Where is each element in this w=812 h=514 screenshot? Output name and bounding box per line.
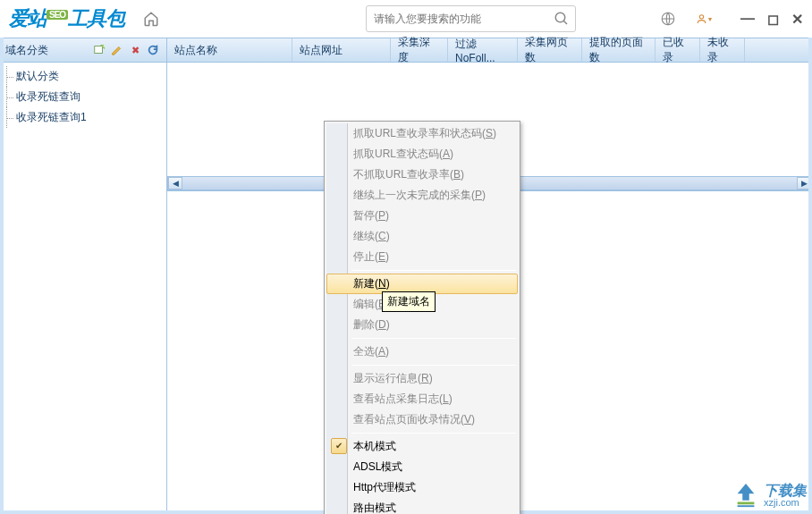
logo-sub: 工具包 [68, 7, 124, 29]
menu-separator [351, 433, 516, 434]
menu-item: 继续上一次未完成的采集(P) [326, 185, 518, 206]
column-header[interactable]: 站点网址 [292, 38, 391, 62]
menu-item: 全选(A) [326, 341, 518, 362]
window-controls: — ◻ ✕ [740, 11, 803, 28]
menu-item: 停止(E) [326, 247, 518, 267]
watermark: 下载集 xzji.com [732, 482, 807, 509]
toolbar: 域名分类 + ✖ 站点名称站点网址采集深度过滤NoFoll...采集网页数提取的… [0, 38, 812, 63]
watermark-name: 下载集 [764, 484, 807, 498]
column-header[interactable]: 采集网页数 [518, 38, 582, 62]
sidebar-header: 域名分类 + ✖ [0, 38, 167, 62]
add-icon[interactable]: + [91, 42, 107, 58]
close-button[interactable]: ✕ [791, 11, 803, 28]
title-right: ▾ — ◻ ✕ [660, 11, 803, 28]
menu-item: 删除(D) [326, 315, 518, 335]
menu-item: 继续(C) [326, 226, 518, 247]
home-icon[interactable] [142, 10, 160, 28]
watermark-url: xzji.com [764, 498, 807, 508]
menu-item[interactable]: 路由模式 [326, 498, 518, 514]
menu-item: 不抓取URL查收录率(B) [326, 164, 518, 185]
svg-line-1 [563, 21, 567, 24]
menu-item: 暂停(P) [326, 206, 518, 226]
menu-separator [351, 365, 516, 366]
menu-item: 查看站点采集日志(L) [326, 389, 518, 409]
menu-item: 抓取URL查状态码(A) [326, 144, 518, 164]
user-icon[interactable]: ▾ [696, 11, 712, 27]
column-header[interactable]: 采集深度 [391, 38, 448, 62]
svg-rect-4 [95, 46, 103, 54]
tree-item[interactable]: 收录死链查询1 [0, 107, 166, 128]
menu-item: 查看站点页面收录情况(V) [326, 409, 518, 430]
tree-item[interactable]: 收录死链查询 [0, 87, 166, 107]
refresh-icon[interactable] [145, 42, 161, 58]
globe-icon[interactable] [660, 11, 676, 27]
menu-item[interactable]: ADSL模式 [326, 457, 518, 477]
table-header: 站点名称站点网址采集深度过滤NoFoll...采集网页数提取的页面数已收录未收录 [167, 38, 812, 62]
sidebar-title: 域名分类 [5, 43, 89, 58]
column-header[interactable]: 未收录 [700, 38, 745, 62]
edit-icon[interactable] [109, 42, 125, 58]
search-icon[interactable] [548, 11, 575, 27]
tooltip: 新建域名 [382, 291, 436, 312]
menu-item[interactable]: Http代理模式 [326, 477, 518, 498]
column-header[interactable]: 过滤NoFoll... [448, 38, 518, 62]
svg-point-3 [699, 15, 703, 19]
column-header[interactable]: 已收录 [656, 38, 700, 62]
tree-item[interactable]: 默认分类 [0, 66, 166, 87]
menu-separator [351, 270, 516, 271]
menu-item: 抓取URL查收录率和状态码(S) [326, 123, 518, 144]
svg-rect-6 [738, 502, 755, 505]
logo-badge: SEO [47, 10, 68, 20]
scroll-right-icon[interactable]: ▶ [797, 177, 811, 190]
delete-icon[interactable]: ✖ [127, 42, 143, 58]
menu-item[interactable]: 本机模式 [326, 436, 518, 457]
svg-text:+: + [103, 44, 106, 49]
scroll-left-icon[interactable]: ◀ [168, 177, 182, 190]
search-box [366, 5, 576, 32]
context-menu: 抓取URL查收录率和状态码(S)抓取URL查状态码(A)不抓取URL查收录率(B… [324, 121, 520, 514]
column-header[interactable]: 站点名称 [167, 38, 292, 62]
sidebar: 默认分类收录死链查询收录死链查询1 [0, 63, 167, 514]
svg-rect-7 [738, 505, 755, 507]
download-icon [732, 482, 759, 509]
svg-point-0 [555, 13, 565, 22]
column-header[interactable]: 提取的页面数 [582, 38, 656, 62]
menu-separator [351, 338, 516, 339]
minimize-button[interactable]: — [740, 11, 755, 28]
logo-main: 爱站 [9, 7, 47, 29]
maximize-button[interactable]: ◻ [767, 11, 779, 28]
menu-item: 显示运行信息(R) [326, 368, 518, 389]
title-bar: 爱站SEO工具包 ▾ — ◻ ✕ [0, 0, 812, 38]
search-input[interactable] [367, 13, 548, 25]
app-logo: 爱站SEO工具包 [9, 5, 124, 32]
